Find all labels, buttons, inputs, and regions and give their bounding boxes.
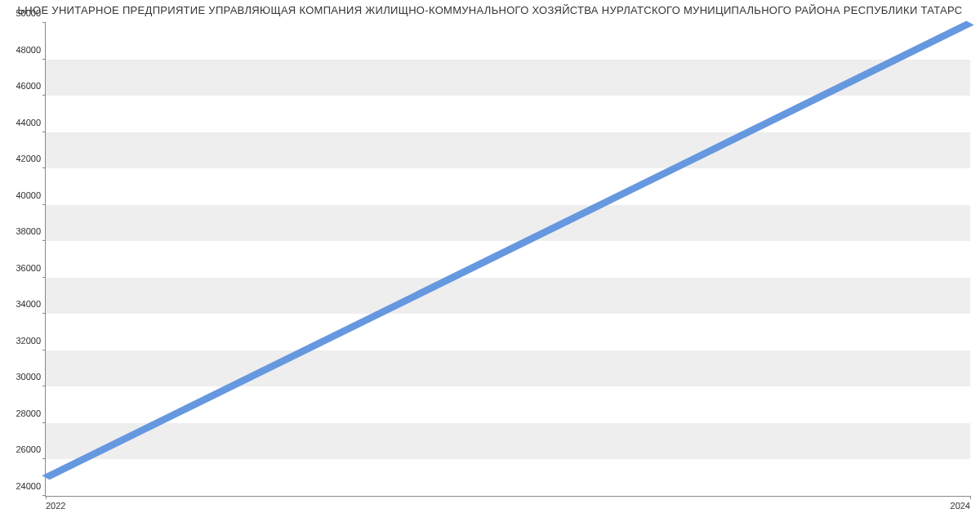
- y-tick-label: 42000: [16, 154, 41, 163]
- x-tick-mark: [46, 496, 47, 499]
- y-tick-label: 26000: [16, 444, 41, 454]
- y-tick-label: 36000: [16, 263, 41, 273]
- y-tick-label: 46000: [16, 81, 41, 91]
- chart-title: ЬНОЕ УНИТАРНОЕ ПРЕДПРИЯТИЕ УПРАВЛЯЮЩАЯ К…: [18, 4, 963, 16]
- y-tick-label: 32000: [16, 336, 41, 346]
- y-tick-label: 48000: [16, 45, 41, 55]
- y-tick-label: 50000: [16, 8, 41, 18]
- y-tick-label: 24000: [16, 481, 41, 491]
- x-tick-label: 2024: [951, 501, 970, 511]
- y-tick-label: 28000: [16, 408, 41, 418]
- plot-area: 24000 26000 28000 30000 32000 34000 3600…: [45, 23, 970, 497]
- x-tick-label: 2022: [46, 501, 65, 511]
- data-series-line: [46, 23, 970, 478]
- y-tick-label: 38000: [16, 226, 41, 236]
- chart-line-svg: [46, 23, 970, 496]
- x-tick-mark: [970, 496, 971, 499]
- y-tick-label: 34000: [16, 299, 41, 309]
- y-tick-label: 40000: [16, 190, 41, 200]
- y-tick-label: 30000: [16, 372, 41, 382]
- y-tick-label: 44000: [16, 118, 41, 127]
